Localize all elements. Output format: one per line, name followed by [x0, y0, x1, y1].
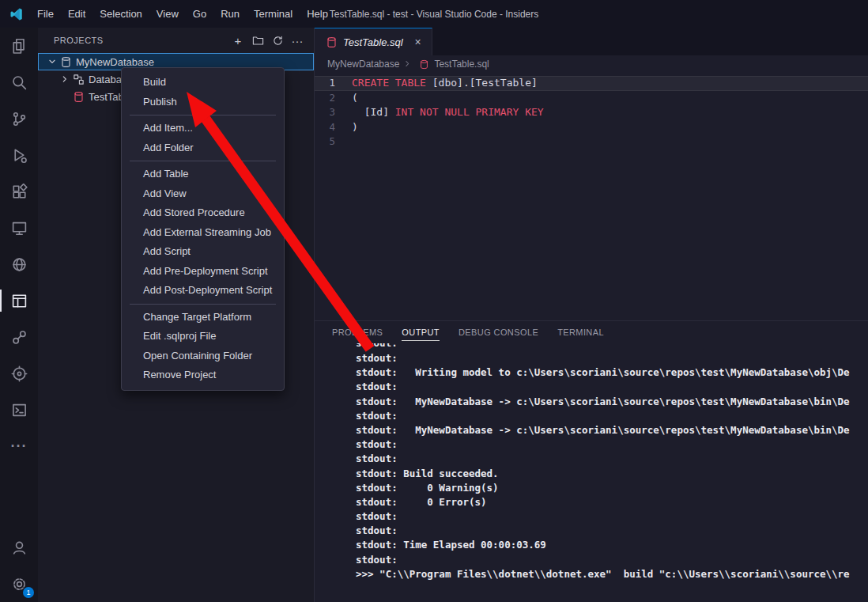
vscode-window: FileEditSelectionViewGoRunTerminalHelp T…: [0, 0, 868, 602]
context-menu-item-add-pre-deployment-script[interactable]: Add Pre-Deployment Script: [122, 262, 284, 282]
reference-icon: [71, 73, 85, 85]
code-text: (: [352, 91, 358, 106]
code-line-2[interactable]: 2(: [315, 91, 868, 106]
console-icon[interactable]: [0, 392, 38, 428]
output-line: stdout: MyNewDatabase -> c:\Users\scoria…: [356, 423, 868, 437]
more-views-icon[interactable]: ···: [0, 428, 38, 464]
search-icon[interactable]: [0, 64, 38, 100]
output-line: stdout:: [356, 409, 868, 423]
add-project-icon[interactable]: +: [229, 32, 247, 49]
output-line-clipped: stdout:: [356, 343, 868, 350]
line-number: 4: [315, 120, 352, 135]
context-menu-item-open-containing-folder[interactable]: Open Containing Folder: [122, 346, 284, 366]
database-red-icon: [417, 58, 431, 70]
source-control-icon[interactable]: [0, 100, 38, 137]
explorer-icon[interactable]: [0, 28, 38, 64]
breadcrumb-item-mynewdatabase[interactable]: MyNewDatabase: [327, 59, 399, 70]
output-line: stdout: 0 Error(s): [356, 495, 868, 509]
context-menu-item-add-script[interactable]: Add Script: [122, 242, 284, 262]
context-menu-item-add-post-deployment-script[interactable]: Add Post-Deployment Script: [122, 281, 284, 301]
menu-run[interactable]: Run: [213, 0, 247, 28]
context-menu-item-remove-project[interactable]: Remove Project: [122, 365, 284, 385]
context-menu-item-add-item[interactable]: Add Item...: [122, 119, 284, 138]
editor-group: TestTable.sql × MyNewDatabaseTestTable.s…: [315, 28, 868, 602]
vscode-insiders-logo: [9, 7, 24, 21]
live-preview-globe-icon[interactable]: [0, 246, 38, 282]
sidebar-header: PROJECTS + ···: [38, 28, 314, 53]
code-line-1[interactable]: 1CREATE TABLE [dbo].[TestTable]: [315, 76, 868, 91]
context-menu-item-build[interactable]: Build: [122, 73, 284, 93]
output-line: stdout:: [356, 380, 868, 394]
context-menu-item-change-target-platform[interactable]: Change Target Platform: [122, 308, 284, 328]
activity-bar: ··· 1: [0, 28, 38, 602]
menu-view[interactable]: View: [149, 0, 186, 28]
database-project-icon: [58, 55, 73, 68]
code-line-5[interactable]: 5: [315, 134, 868, 150]
menu-separator: [130, 115, 276, 115]
output-line: stdout:: [356, 452, 868, 466]
output-line: stdout:: [356, 524, 868, 538]
connections-icon[interactable]: [0, 319, 38, 355]
menu-edit[interactable]: Edit: [61, 0, 92, 28]
sidebar-title: PROJECTS: [54, 36, 229, 45]
code-line-3[interactable]: 3 [Id] INT NOT NULL PRIMARY KEY: [315, 105, 868, 120]
settings-gear-icon[interactable]: 1: [0, 566, 38, 602]
open-project-icon[interactable]: [249, 32, 266, 49]
settings-badge: 1: [23, 587, 34, 598]
panel-tab-terminal[interactable]: TERMINAL: [557, 321, 604, 343]
menu-selection[interactable]: Selection: [92, 0, 149, 28]
context-menu-item-add-view[interactable]: Add View: [122, 184, 284, 204]
menu-file[interactable]: File: [30, 0, 61, 28]
panel-tabs: PROBLEMSOUTPUTDEBUG CONSOLETERMINAL: [315, 321, 868, 343]
title-bar: FileEditSelectionViewGoRunTerminalHelp T…: [0, 0, 868, 28]
menu-terminal[interactable]: Terminal: [247, 0, 300, 28]
tab-testtable-sql[interactable]: TestTable.sql ×: [315, 28, 432, 55]
output-line: stdout: MyNewDatabase -> c:\Users\scoria…: [356, 395, 868, 409]
menubar: FileEditSelectionViewGoRunTerminalHelp: [30, 0, 335, 28]
context-menu-item-add-folder[interactable]: Add Folder: [122, 138, 284, 158]
azure-icon[interactable]: [0, 355, 38, 392]
line-number: 2: [315, 91, 352, 106]
context-menu-item-add-external-streaming-job[interactable]: Add External Streaming Job: [122, 223, 284, 243]
editor-tab-bar: TestTable.sql ×: [315, 28, 868, 55]
code-text: ): [352, 120, 358, 135]
refresh-icon[interactable]: [269, 32, 286, 49]
menu-go[interactable]: Go: [186, 0, 213, 28]
output-content[interactable]: stdout:stdout:stdout: Writing model to c…: [315, 343, 868, 602]
line-number: 1: [315, 76, 352, 91]
output-line: stdout:: [356, 509, 868, 524]
panel-tab-output[interactable]: OUTPUT: [402, 321, 440, 343]
panel-tab-problems[interactable]: PROBLEMS: [332, 321, 383, 343]
bottom-panel: PROBLEMSOUTPUTDEBUG CONSOLETERMINAL stdo…: [315, 320, 868, 602]
output-line: stdout: 0 Warning(s): [356, 481, 868, 495]
context-menu-item-add-table[interactable]: Add Table: [122, 165, 284, 184]
remote-explorer-icon[interactable]: [0, 210, 38, 246]
code-area[interactable]: 1CREATE TABLE [dbo].[TestTable]2(3 [Id] …: [315, 73, 868, 320]
context-menu-item-add-stored-procedure[interactable]: Add Stored Procedure: [122, 203, 284, 223]
database-projects-icon[interactable]: [0, 282, 38, 319]
tree-item-label: MyNewDatabase: [76, 56, 154, 68]
menu-help[interactable]: Help: [300, 0, 335, 28]
run-debug-icon[interactable]: [0, 137, 38, 173]
output-line: stdout: Writing model to c:\Users\scoria…: [356, 365, 868, 380]
more-actions-icon[interactable]: ···: [289, 32, 306, 49]
breadcrumb: MyNewDatabaseTestTable.sql: [315, 55, 868, 73]
panel-tab-debug-console[interactable]: DEBUG CONSOLE: [459, 321, 538, 343]
context-menu-item-edit-sqlproj-file[interactable]: Edit .sqlproj File: [122, 327, 284, 346]
tab-close-icon[interactable]: ×: [411, 36, 425, 48]
context-menu-item-publish[interactable]: Publish: [122, 93, 284, 112]
breadcrumb-item-testtable-sql[interactable]: TestTable.sql: [434, 59, 489, 70]
extensions-icon[interactable]: [0, 173, 38, 210]
chevron-right-icon[interactable]: [58, 73, 71, 85]
output-line: stdout: Time Elapsed 00:00:03.69: [356, 538, 868, 552]
chevron-down-icon[interactable]: [46, 55, 58, 68]
accounts-icon[interactable]: [0, 529, 38, 566]
context-menu: BuildPublishAdd Item...Add FolderAdd Tab…: [121, 67, 285, 391]
menu-separator: [130, 304, 276, 305]
code-line-4[interactable]: 4): [315, 120, 868, 135]
code-text: [Id] INT NOT NULL PRIMARY KEY: [352, 105, 544, 120]
code-text: CREATE TABLE [dbo].[TestTable]: [352, 76, 538, 91]
menu-separator: [130, 161, 276, 161]
output-line: stdout: Build succeeded.: [356, 467, 868, 481]
output-line: >>> "C:\\Program Files\\dotnet\\dotnet.e…: [356, 567, 868, 581]
